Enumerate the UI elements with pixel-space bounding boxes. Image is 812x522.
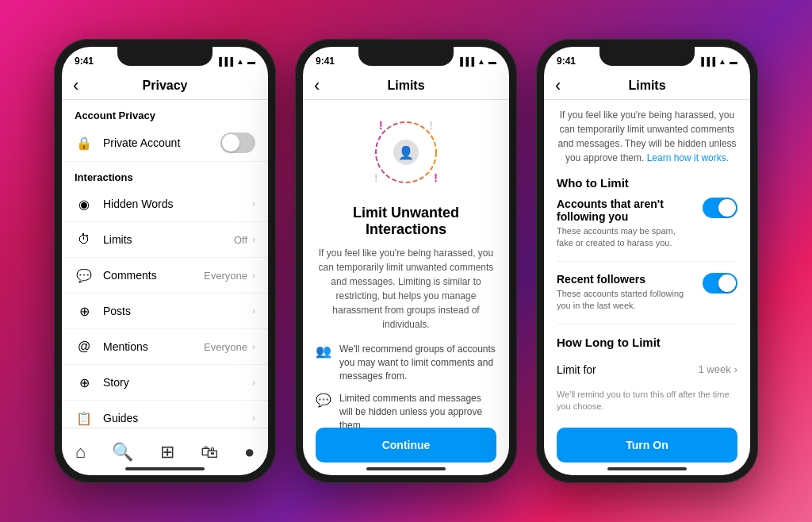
- phone1-header: ‹ Privacy: [62, 72, 268, 100]
- hidden-words-item[interactable]: ◉ Hidden Words ›: [62, 186, 268, 222]
- phone-1: 9:41 ▐▐▐ ▲ ▬ ‹ Privacy Account Privacy 🔒…: [54, 39, 276, 483]
- battery-icon: ▬: [247, 57, 255, 66]
- not-following-toggle[interactable]: [703, 198, 737, 218]
- info-link[interactable]: Learn how it works.: [647, 152, 729, 163]
- toggle-recent-followers: Recent followers These accounts started …: [557, 273, 737, 324]
- back-button-1[interactable]: ‹: [73, 75, 79, 96]
- limits-value: Off: [234, 234, 247, 246]
- feature-icon-2: 💬: [316, 393, 331, 408]
- signal-icon: ▐▐▐: [216, 57, 233, 66]
- status-icons-1: ▐▐▐ ▲ ▬: [216, 57, 255, 66]
- private-account-toggle[interactable]: [220, 132, 255, 153]
- toggle-not-following-info: Accounts that aren't following you These…: [557, 198, 693, 250]
- phone1-title: Privacy: [143, 79, 188, 93]
- continue-button[interactable]: Continue: [316, 428, 496, 463]
- who-to-limit-title: Who to Limit: [557, 176, 737, 190]
- how-long-title: How Long to Limit: [557, 336, 737, 349]
- excl-bottom-left: !: [374, 171, 378, 184]
- back-button-2[interactable]: ‹: [314, 75, 320, 96]
- hidden-words-label: Hidden Words: [103, 198, 252, 210]
- comments-icon: 💬: [75, 266, 94, 285]
- chevron-posts: ›: [252, 305, 255, 317]
- recent-followers-sublabel: These accounts started following you in …: [557, 288, 693, 313]
- limit-for-value[interactable]: 1 week ›: [698, 363, 737, 375]
- status-icons-3: ▐▐▐ ▲ ▬: [699, 57, 737, 66]
- excl-top-right: !: [429, 119, 433, 132]
- limit-for-row[interactable]: Limit for 1 week ›: [557, 357, 737, 382]
- mentions-item[interactable]: @ Mentions Everyone ›: [62, 329, 268, 365]
- signal-icon-2: ▐▐▐: [458, 57, 474, 66]
- excl-top-left: !: [379, 119, 383, 132]
- signal-icon-3: ▐▐▐: [699, 57, 715, 66]
- notch-3: [599, 47, 695, 66]
- battery-icon-2: ▬: [488, 57, 496, 66]
- search-nav-icon[interactable]: 🔍: [112, 442, 133, 463]
- status-time-2: 9:41: [316, 56, 335, 67]
- chevron-comments: ›: [252, 270, 255, 281]
- phone2-title: Limits: [387, 79, 424, 93]
- comments-value: Everyone: [204, 270, 247, 282]
- section-interactions: Interactions: [62, 162, 268, 186]
- chevron-mentions: ›: [252, 341, 255, 352]
- phone2-header: ‹ Limits: [303, 72, 509, 100]
- reminder-text: We'll remind you to turn this off after …: [557, 389, 737, 413]
- privacy-content: Account Privacy 🔒 Private Account Intera…: [62, 100, 268, 433]
- limit-illustration: 👤 ! ! ! !: [366, 113, 446, 192]
- phone3-title: Limits: [628, 79, 665, 93]
- limits-label: Limits: [103, 233, 234, 246]
- hidden-words-icon: ◉: [75, 194, 94, 213]
- feature-item-1: 👥 We'll recommend groups of accounts you…: [316, 343, 496, 382]
- battery-icon-3: ▬: [730, 57, 737, 66]
- profile-nav-icon[interactable]: ●: [244, 442, 255, 463]
- chevron-limit-for: ›: [734, 363, 737, 375]
- mentions-label: Mentions: [103, 340, 204, 353]
- turn-on-button[interactable]: Turn On: [557, 428, 737, 463]
- limits-description: If you feel like you're being harassed, …: [316, 246, 496, 332]
- back-button-3[interactable]: ‹: [555, 75, 561, 96]
- feature-text-2: Limited comments and messages will be hi…: [339, 392, 496, 432]
- excl-bottom-right: !: [434, 171, 438, 184]
- limits-heading: Limit Unwanted Interactions: [316, 205, 496, 238]
- feature-icon-1: 👥: [316, 344, 331, 359]
- story-icon: ⊕: [75, 373, 94, 392]
- recent-followers-toggle[interactable]: [703, 273, 737, 294]
- feature-text-1: We'll recommend groups of accounts you m…: [339, 343, 496, 382]
- status-icons-2: ▐▐▐ ▲ ▬: [458, 57, 496, 66]
- home-nav-icon[interactable]: ⌂: [75, 442, 86, 463]
- limits-intro: 👤 ! ! ! ! Limit Unwanted Interactions If…: [303, 100, 509, 449]
- private-account-item[interactable]: 🔒 Private Account: [62, 125, 268, 162]
- status-time-1: 9:41: [75, 56, 94, 67]
- shop-nav-icon[interactable]: 🛍: [201, 442, 218, 463]
- story-label: Story: [103, 376, 252, 389]
- limit-for-label: Limit for: [557, 363, 596, 376]
- notch-1: [117, 47, 213, 66]
- limits-icon: ⏱: [75, 230, 94, 249]
- chevron-hidden-words: ›: [252, 198, 255, 209]
- story-item[interactable]: ⊕ Story ›: [62, 365, 268, 401]
- chevron-guides: ›: [252, 413, 255, 424]
- guides-label: Guides: [103, 412, 252, 424]
- mentions-value: Everyone: [204, 341, 247, 353]
- home-indicator-3: [607, 467, 687, 470]
- comments-label: Comments: [103, 269, 204, 282]
- reels-nav-icon[interactable]: ⊞: [160, 442, 174, 463]
- toggle-recent-info: Recent followers These accounts started …: [557, 273, 693, 313]
- limits-settings: If you feel like you're being harassed, …: [544, 100, 750, 449]
- home-indicator-2: [366, 467, 446, 470]
- comments-item[interactable]: 💬 Comments Everyone ›: [62, 258, 268, 294]
- home-indicator-1: [125, 467, 205, 470]
- chevron-limits: ›: [252, 234, 255, 245]
- recent-followers-label: Recent followers: [557, 273, 693, 286]
- limits-item[interactable]: ⏱ Limits Off ›: [62, 222, 268, 258]
- chevron-story: ›: [252, 377, 255, 388]
- wifi-icon-2: ▲: [477, 57, 485, 66]
- not-following-sublabel: These accounts may be spam, fake or crea…: [557, 225, 693, 250]
- phone-2: 9:41 ▐▐▐ ▲ ▬ ‹ Limits: [295, 39, 517, 483]
- lock-icon: 🔒: [75, 133, 94, 152]
- guides-icon: 📋: [75, 409, 94, 428]
- feature-item-2: 💬 Limited comments and messages will be …: [316, 392, 496, 432]
- posts-item[interactable]: ⊕ Posts ›: [62, 294, 268, 329]
- status-time-3: 9:41: [557, 56, 576, 67]
- wifi-icon-3: ▲: [718, 57, 726, 66]
- phone3-header: ‹ Limits: [544, 72, 750, 100]
